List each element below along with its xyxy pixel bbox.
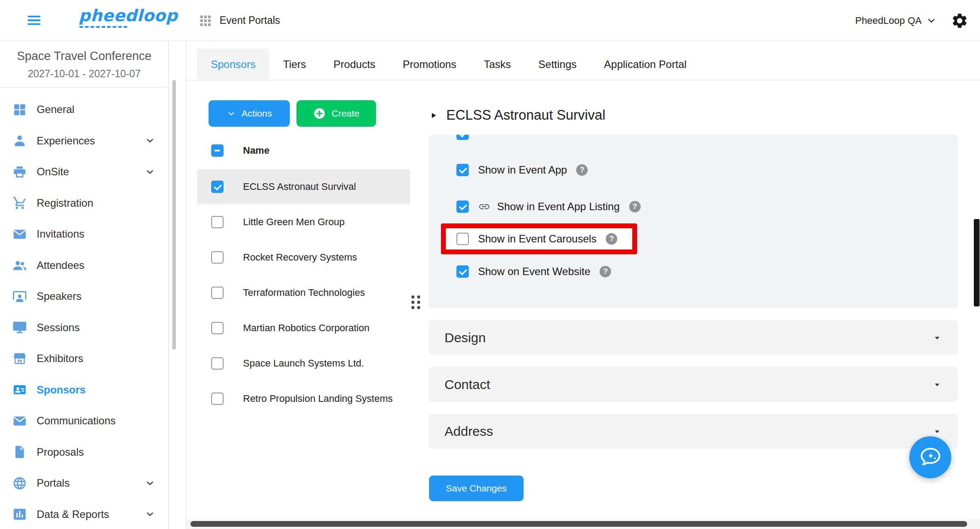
account-menu[interactable]: PheedLoop QA [855,0,969,41]
document-icon [12,445,27,459]
sponsor-row[interactable]: Rocket Recovery Systems [197,240,410,275]
sidebar-item[interactable]: Communications [0,405,168,437]
page-title: Event Portals [220,15,280,26]
chat-widget-button[interactable] [909,436,951,478]
collapsible-sections: Design Contact Address [429,320,958,449]
sponsor-row[interactable]: Terraformation Technologies [197,275,410,310]
sidebar-item[interactable]: Registration [0,188,168,219]
divider [0,87,168,88]
tab[interactable]: Promotions [389,49,470,80]
visibility-option-row: Show in Event Carousels [441,223,637,254]
actions-button[interactable]: Actions [209,100,290,127]
save-changes-button[interactable]: Save Changes [429,476,524,501]
collapsible-section[interactable]: Contact [429,367,958,402]
sidebar-item[interactable]: Exhibitors [0,343,168,374]
presenter-icon [12,289,27,304]
detail-header[interactable]: ECLSS Astronaut Survival [429,105,958,126]
sponsor-row[interactable]: Martian Robotics Corporation [197,310,410,346]
chevron-down-icon [932,333,942,343]
visibility-checkbox[interactable] [456,233,469,245]
sidebar-item[interactable]: Portals [0,468,168,499]
visibility-options: Show in Event App Show in Event App List… [429,135,958,296]
chevron-down-icon [932,380,942,389]
sidebar-item[interactable]: Attendees [0,250,168,281]
help-icon[interactable] [606,233,617,245]
chevron-down-icon [227,109,236,118]
globe-icon [12,476,27,491]
sidebar-item[interactable]: Speakers [0,281,168,312]
visibility-checkbox[interactable] [456,265,469,278]
horizontal-scrollbar[interactable] [186,519,980,529]
sponsor-row[interactable]: Retro Propulsion Landing Systems [197,381,410,416]
help-icon[interactable] [600,266,611,277]
visibility-settings-section: Show in Event App Show in Event App List… [429,135,958,308]
gear-icon [951,12,969,30]
event-name: Space Travel Conference [0,49,168,63]
sidebar-item[interactable]: Proposals [0,437,168,468]
sponsor-row[interactable]: ECLSS Astronaut Survival [197,169,410,204]
tab[interactable]: Tiers [269,49,319,80]
drag-handle[interactable] [411,295,420,309]
main-area: Sponsors Tiers Products Promotions Tasks… [186,41,980,529]
chevron-down-icon [145,167,155,177]
collapsible-section[interactable]: Address [429,414,958,449]
sidebar-item[interactable]: Sessions [0,312,168,344]
collapsible-section[interactable]: Design [429,320,958,355]
create-button[interactable]: Create [296,100,376,127]
sponsor-detail-panel: ECLSS Astronaut Survival Show in Event A… [429,81,958,501]
visibility-checkbox[interactable] [456,164,469,176]
tab[interactable]: Application Portal [590,49,700,80]
sidebar-item[interactable]: Experiences [0,125,168,157]
help-icon[interactable] [629,201,641,212]
pheedloop-logo[interactable]: pheedloop [79,7,178,28]
sidebar-item[interactable]: OnSite [0,156,168,188]
tab[interactable]: Products [320,49,389,80]
tab[interactable]: Tasks [470,49,524,80]
name-column-header: Name [243,145,270,156]
row-checkbox[interactable] [211,357,224,370]
event-dates: 2027-10-01 - 2027-10-07 [0,68,168,80]
row-checkbox[interactable] [211,322,224,334]
help-icon[interactable] [576,164,588,176]
clipped-checkbox[interactable] [456,135,469,140]
sidebar-nav: General Experiences OnSite Registration … [0,94,168,529]
chevron-down-icon [926,15,937,26]
sidebar-item[interactable]: Invitations [0,219,168,250]
settings-gear-button[interactable] [951,12,969,30]
sidebar-item[interactable]: Sponsors [0,374,168,406]
sidebar-item[interactable]: General [0,94,168,125]
tab[interactable]: Sponsors [197,49,269,80]
list-toolbar: Actions Create [209,100,410,127]
content-area: Actions Create Name ECLSS Astronaut Surv… [186,81,980,529]
sponsor-row[interactable]: Space Launch Systems Ltd. [197,346,410,381]
menu-icon [26,12,42,29]
row-checkbox[interactable] [211,287,224,299]
tab[interactable]: Settings [524,49,590,80]
list-header: Name [197,138,410,163]
sidebar-item[interactable]: Data & Reports [0,499,168,529]
account-label: PheedLoop QA [855,15,922,26]
sponsor-row[interactable]: Little Green Men Group [197,204,410,240]
horizontal-scrollbar-thumb[interactable] [190,521,967,527]
row-checkbox[interactable] [211,393,224,405]
row-checkbox[interactable] [211,181,224,193]
select-all-checkbox[interactable] [211,144,224,157]
visibility-checkbox[interactable] [456,200,469,213]
sponsor-list-panel: Actions Create Name ECLSS Astronaut Surv… [197,81,410,416]
grid-icon [12,102,27,117]
cart-icon [12,196,27,210]
chat-bubble-icon [919,446,942,469]
visibility-option-row: Show in Event App [456,158,588,182]
sidebar-scrollbar-thumb[interactable] [172,80,176,350]
monitor-icon [12,320,27,335]
row-checkbox[interactable] [211,251,224,264]
hamburger-menu-button[interactable] [26,12,42,29]
mail-icon [12,414,27,428]
row-checkbox[interactable] [211,216,224,228]
tab-bar: Sponsors Tiers Products Promotions Tasks… [186,49,980,80]
event-header: Space Travel Conference 2027-10-01 - 202… [0,41,168,88]
chevron-down-icon [145,478,155,488]
vertical-scrollbar-thumb[interactable] [974,219,980,306]
link-icon [478,200,490,213]
event-portals-nav[interactable]: Event Portals [199,0,280,41]
